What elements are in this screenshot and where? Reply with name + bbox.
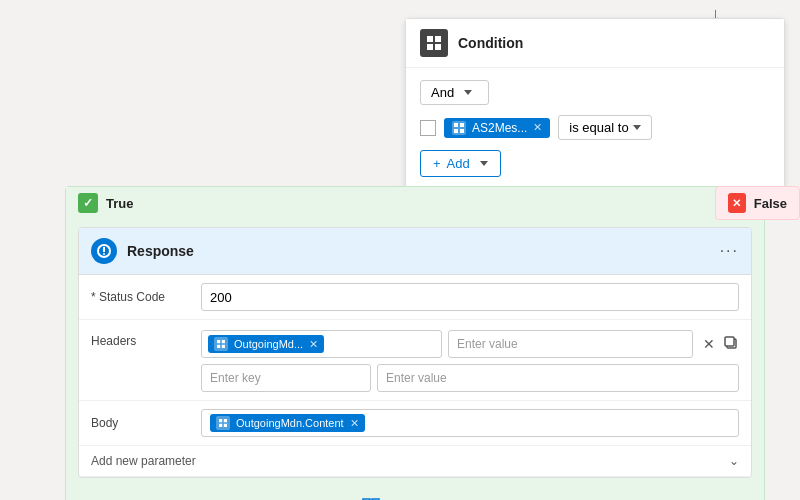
enter-value-placeholder: Enter value [457,337,518,351]
enter-key-placeholder: Enter key [210,371,261,385]
condition-title: Condition [458,35,523,51]
response-body: * Status Code Headers [79,275,751,477]
add-button[interactable]: + Add [420,150,501,177]
header-key-chip-box[interactable]: OutgoingMd... ✕ [201,330,442,358]
body-label: Body [91,416,201,430]
condition-header: Condition [406,19,784,68]
body-chip[interactable]: OutgoingMdn.Content ✕ [210,414,365,432]
condition-body: And AS2Mes... ✕ is equal to [406,68,784,189]
svg-rect-12 [222,340,225,343]
outgoing-chip-icon [214,337,228,351]
header-key-input-2[interactable]: Enter key [201,364,371,392]
condition-svg-icon [426,35,442,51]
response-menu-button[interactable]: ··· [720,242,739,260]
body-chip-box[interactable]: OutgoingMdn.Content ✕ [201,409,739,437]
svg-rect-11 [217,340,220,343]
add-param-chevron-icon: ⌄ [729,454,739,468]
false-branch-header: ✕ False [728,193,787,213]
svg-rect-17 [219,419,222,422]
header-value-input-2[interactable]: Enter value [377,364,739,392]
add-param-row[interactable]: Add new parameter ⌄ [79,446,751,477]
outgoing-header-chip[interactable]: OutgoingMd... ✕ [208,335,324,353]
svg-rect-19 [219,424,222,427]
svg-rect-16 [725,337,734,346]
copy-header-icon[interactable] [723,335,739,354]
svg-rect-7 [460,129,464,133]
is-equal-label: is equal to [569,120,628,135]
svg-rect-1 [435,36,441,42]
response-header: Response ··· [79,228,751,275]
response-svg-icon [96,243,112,259]
header-row-1: OutgoingMd... ✕ Enter value ✕ [201,330,739,358]
condition-card: Condition And AS2Mes... ✕ [405,18,785,190]
status-code-row: * Status Code [79,275,751,320]
add-button-row: + Add [420,150,770,177]
headers-row: Headers [79,320,751,401]
header-row-2: Enter key Enter value [201,364,739,392]
true-check-icon: ✓ [78,193,98,213]
body-chip-icon [216,416,230,430]
svg-rect-4 [454,123,458,127]
chip-grid-svg [454,123,464,133]
svg-rect-20 [224,424,227,427]
as2-chip-close[interactable]: ✕ [533,121,542,134]
false-x-icon: ✕ [728,193,746,213]
plus-icon: + [433,156,441,171]
enter-value-placeholder-2: Enter value [386,371,447,385]
outgoing-header-chip-label: OutgoingMd... [234,338,303,350]
add-param-label: Add new parameter [91,454,729,468]
body-row: Body OutgoingMdn.Content ✕ [79,401,751,446]
is-equal-chevron-icon [633,125,641,130]
true-branch-header: ✓ True [66,187,764,219]
outgoing-chip-svg [217,340,225,348]
true-label: True [106,196,133,211]
chip-grid-icon [452,121,466,135]
body-chip-label: OutgoingMdn.Content [236,417,344,429]
svg-rect-18 [224,419,227,422]
as2-chip-label: AS2Mes... [472,121,527,135]
false-label: False [754,196,787,211]
headers-label: Headers [91,330,201,348]
and-chevron-icon [464,90,472,95]
header-value-input-1[interactable]: Enter value [448,330,693,358]
as2-chip[interactable]: AS2Mes... ✕ [444,118,550,138]
and-dropdown[interactable]: And [420,80,489,105]
is-equal-dropdown[interactable]: is equal to [558,115,651,140]
svg-rect-6 [454,129,458,133]
condition-row: AS2Mes... ✕ is equal to [420,115,770,140]
add-action-area: Add an action [66,486,764,500]
delete-header-icon[interactable]: ✕ [703,336,715,352]
svg-rect-2 [427,44,433,50]
condition-icon [420,29,448,57]
false-branch: ✕ False [715,186,800,220]
svg-rect-13 [217,345,220,348]
add-label: Add [447,156,470,171]
condition-checkbox[interactable] [420,120,436,136]
add-chevron-icon [480,161,488,166]
svg-rect-14 [222,345,225,348]
true-branch: ✓ True Response ··· * Status Code [65,186,765,500]
headers-field: OutgoingMd... ✕ Enter value ✕ [201,330,739,392]
svg-rect-3 [435,44,441,50]
response-icon [91,238,117,264]
response-card: Response ··· * Status Code Headers [78,227,752,478]
svg-rect-0 [427,36,433,42]
svg-point-10 [103,253,105,255]
body-chip-close[interactable]: ✕ [350,417,359,430]
status-code-input[interactable] [201,283,739,311]
body-chip-svg [219,419,227,427]
outgoing-header-chip-close[interactable]: ✕ [309,338,318,351]
copy-svg-icon [723,335,739,351]
svg-rect-5 [460,123,464,127]
and-label: And [431,85,454,100]
status-code-label: * Status Code [91,290,201,304]
response-title: Response [127,243,720,259]
